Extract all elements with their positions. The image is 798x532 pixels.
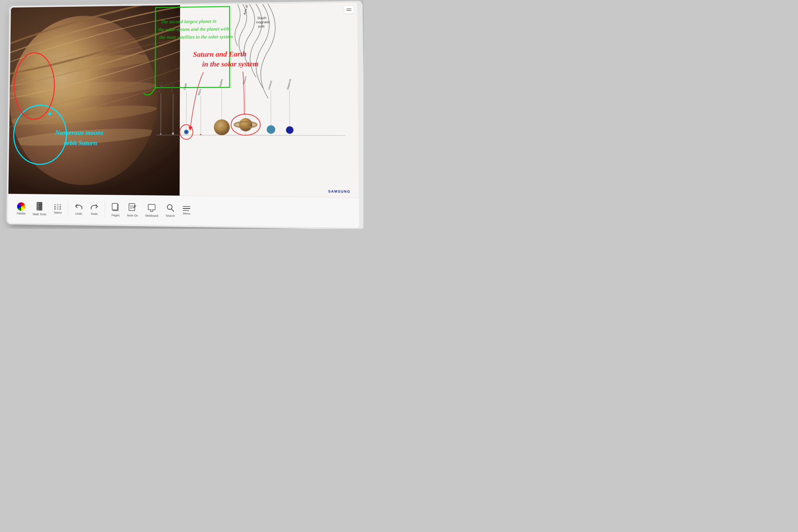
menu-line [183, 210, 189, 211]
white-content-area [179, 3, 359, 198]
menu-icon [183, 206, 190, 211]
svg-line-60 [172, 209, 174, 211]
pages-icon [112, 203, 120, 212]
miniboard-label: Miniboard [145, 214, 158, 217]
saturn-rings [8, 5, 208, 196]
svg-point-59 [167, 205, 172, 209]
pages-button[interactable]: Pages [108, 201, 124, 219]
menu-line [346, 10, 352, 11]
toolbar-divider [105, 202, 105, 217]
dot [55, 206, 56, 208]
undo-label: Undo [75, 212, 82, 215]
device-frame: ✦ Numerous moons orbit Saturn The second… [6, 1, 363, 229]
dot [55, 204, 56, 205]
color-wheel [17, 202, 25, 211]
svg-rect-49 [37, 208, 39, 208]
svg-rect-48 [37, 206, 39, 207]
palette-icon [17, 202, 25, 211]
math-tools-icon [36, 202, 43, 211]
top-menu-button[interactable] [344, 6, 354, 14]
dot [57, 208, 58, 210]
dots-grid [55, 204, 61, 210]
menu-button[interactable]: Menu [178, 204, 194, 217]
redo-button[interactable]: Redo [87, 201, 102, 217]
svg-rect-50 [37, 209, 39, 210]
menu-line [183, 206, 190, 207]
search-button[interactable]: Search [162, 201, 178, 219]
dot [57, 206, 58, 208]
select-label: Select [54, 211, 62, 214]
math-tools-button[interactable]: Math Tools [29, 200, 50, 218]
redo-label: Redo [91, 212, 98, 215]
undo-button[interactable]: Undo [71, 201, 87, 217]
toolbar: Palette Math Tools [8, 194, 359, 228]
menu-line [346, 8, 352, 9]
miniboard-button[interactable]: Miniboard [141, 201, 162, 220]
palette-label: Palette [17, 212, 25, 215]
screen: ✦ Numerous moons orbit Saturn The second… [8, 3, 359, 228]
ruler-svg [36, 202, 43, 210]
dot [59, 208, 61, 210]
miniboard-icon [148, 203, 156, 213]
math-tools-label: Math Tools [33, 212, 46, 216]
search-label: Search [166, 214, 175, 217]
note-on-label: Note On [127, 214, 138, 217]
saturn-image [8, 5, 208, 196]
search-icon [167, 204, 174, 213]
toolbar-divider [68, 201, 69, 217]
samsung-logo: SAMSUNG [328, 189, 350, 193]
svg-rect-57 [148, 204, 155, 210]
main-content: ✦ Numerous moons orbit Saturn The second… [8, 3, 359, 198]
menu-line [183, 208, 190, 209]
dot [55, 208, 56, 210]
menu-label: Menu [183, 212, 190, 215]
note-on-icon [128, 203, 137, 213]
svg-rect-47 [37, 205, 39, 205]
dot [57, 204, 58, 205]
dot [60, 204, 61, 205]
select-button[interactable]: Select [50, 202, 66, 216]
svg-rect-52 [112, 203, 118, 210]
select-icon [55, 204, 61, 210]
palette-button[interactable]: Palette [13, 200, 30, 217]
undo-icon [75, 204, 82, 211]
note-on-button[interactable]: Note On [124, 201, 142, 219]
dot [59, 206, 61, 208]
pages-label: Pages [111, 213, 120, 216]
redo-icon [91, 204, 98, 211]
svg-rect-46 [37, 203, 39, 204]
hamburger-icon [183, 206, 190, 211]
